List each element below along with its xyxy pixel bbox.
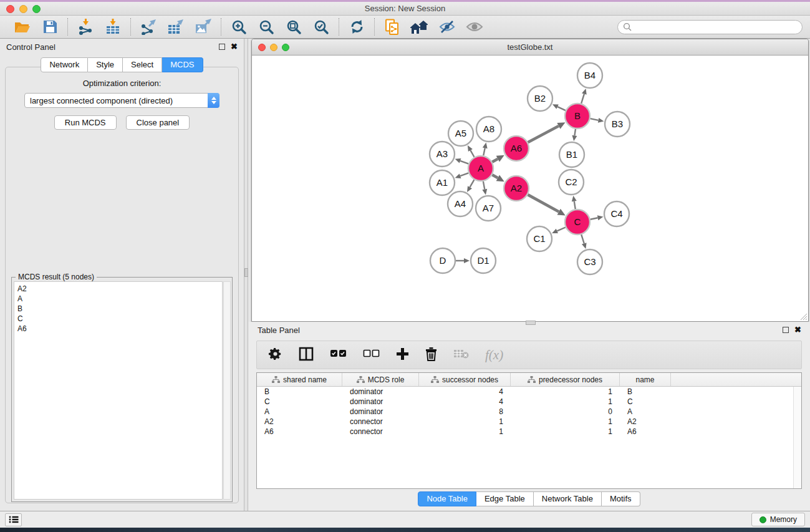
cell-shared-name[interactable]: A xyxy=(257,407,342,417)
table-row[interactable]: Adominator80A xyxy=(257,407,801,417)
export-network-button[interactable] xyxy=(139,18,158,36)
minimize-window-button[interactable] xyxy=(19,5,27,13)
edge-C-C3[interactable] xyxy=(581,235,584,243)
deselect-all-columns-button[interactable] xyxy=(363,349,380,360)
cell-name[interactable]: B xyxy=(620,387,671,397)
cell-name[interactable]: C xyxy=(620,397,671,407)
show-hide-preview-button[interactable] xyxy=(465,18,484,36)
cell-name[interactable]: A6 xyxy=(620,427,671,437)
table-scrollbar[interactable] xyxy=(793,387,801,488)
edge-A-A1[interactable] xyxy=(460,173,468,176)
cell-predecessor-nodes[interactable]: 0 xyxy=(511,407,620,417)
cell-shared-name[interactable]: A2 xyxy=(257,417,342,427)
search-box[interactable] xyxy=(617,20,803,34)
cell-shared-name[interactable]: B xyxy=(257,387,342,397)
edge-A6-B[interactable] xyxy=(528,126,559,142)
table-row[interactable]: Cdominator41C xyxy=(257,397,801,407)
add-column-button[interactable] xyxy=(396,347,409,363)
table-row[interactable]: A6connector11A6 xyxy=(257,427,801,437)
close-panel-button[interactable]: Close panel xyxy=(126,115,190,130)
edge-C-C1[interactable] xyxy=(557,227,565,231)
float-table-panel-icon[interactable] xyxy=(783,327,789,333)
result-list-scrollbar[interactable] xyxy=(223,281,231,500)
edge-A-A5[interactable] xyxy=(470,150,474,157)
cell-shared-name[interactable]: A6 xyxy=(257,427,342,437)
cell-successor-nodes[interactable]: 1 xyxy=(419,417,511,427)
table-row[interactable]: A2connector11A2 xyxy=(257,417,801,427)
tab-network[interactable]: Network xyxy=(41,57,88,72)
cell-successor-nodes[interactable]: 8 xyxy=(419,407,511,417)
panel-splitter[interactable] xyxy=(244,39,248,511)
table-settings-button[interactable] xyxy=(268,347,282,364)
tab-network-table[interactable]: Network Table xyxy=(534,491,602,506)
edge-B-B3[interactable] xyxy=(591,118,599,120)
network-canvas[interactable]: B4B2BB3A5A8A6B1A3AA1C2A2A4A7C4CC1C3DD1 xyxy=(252,56,808,321)
network-minimize-button[interactable] xyxy=(270,44,277,51)
network-zoom-button[interactable] xyxy=(282,44,289,51)
cell-MCDS-role[interactable]: dominator xyxy=(342,387,419,397)
edge-A-A6[interactable] xyxy=(492,159,498,162)
network-overview-button[interactable] xyxy=(410,18,429,36)
column-header-shared-name[interactable]: shared name xyxy=(257,373,342,386)
tab-mcds[interactable]: MCDS xyxy=(162,57,203,72)
edge-A-A7[interactable] xyxy=(483,181,485,190)
edge-B-B1[interactable] xyxy=(574,129,576,136)
optimization-criterion-dropdown[interactable]: largest connected component (directed) xyxy=(24,93,219,108)
cell-name[interactable]: A xyxy=(620,407,671,417)
column-header-successor-nodes[interactable]: successor nodes xyxy=(419,373,511,386)
tab-motifs[interactable]: Motifs xyxy=(602,491,640,506)
zoom-window-button[interactable] xyxy=(32,5,41,13)
memory-button[interactable]: Memory xyxy=(751,513,805,526)
table-row[interactable]: Bdominator41B xyxy=(257,387,801,397)
cell-predecessor-nodes[interactable]: 1 xyxy=(511,417,620,427)
cell-MCDS-role[interactable]: dominator xyxy=(342,407,419,417)
import-table-button[interactable] xyxy=(104,18,122,36)
cell-MCDS-role[interactable]: connector xyxy=(342,427,419,437)
save-session-button[interactable] xyxy=(41,18,59,36)
export-table-button[interactable] xyxy=(166,18,185,36)
zoom-selected-button[interactable] xyxy=(312,18,330,36)
close-window-button[interactable] xyxy=(6,5,14,13)
export-image-button[interactable] xyxy=(194,18,213,36)
zoom-out-button[interactable] xyxy=(257,18,276,36)
edge-C-C2[interactable] xyxy=(574,201,576,210)
cell-name[interactable]: A2 xyxy=(620,417,671,427)
refresh-layout-button[interactable] xyxy=(347,18,366,36)
run-mcds-button[interactable]: Run MCDS xyxy=(54,115,117,130)
edge-A-A4[interactable] xyxy=(470,180,475,187)
column-header-name[interactable]: name xyxy=(620,373,671,386)
table-splitter-handle[interactable] xyxy=(526,321,536,325)
edge-A-A8[interactable] xyxy=(483,148,485,155)
task-history-button[interactable] xyxy=(5,513,22,526)
cell-predecessor-nodes[interactable]: 1 xyxy=(511,397,620,407)
cell-successor-nodes[interactable]: 4 xyxy=(419,387,511,397)
delete-columns-button[interactable] xyxy=(425,347,437,364)
resize-grip-icon[interactable] xyxy=(799,312,808,321)
cell-MCDS-role[interactable]: dominator xyxy=(342,397,419,407)
cell-MCDS-role[interactable]: connector xyxy=(342,417,419,427)
edge-A-A3[interactable] xyxy=(460,161,468,164)
zoom-in-button[interactable] xyxy=(229,18,248,36)
tab-node-table[interactable]: Node Table xyxy=(418,491,476,506)
import-network-button[interactable] xyxy=(76,18,95,36)
close-panel-icon[interactable]: ✖ xyxy=(231,44,238,50)
select-all-columns-button[interactable] xyxy=(330,349,347,360)
column-header-MCDS-role[interactable]: MCDS role xyxy=(342,373,419,386)
float-panel-icon[interactable] xyxy=(219,44,225,50)
cell-predecessor-nodes[interactable]: 1 xyxy=(511,427,620,437)
zoom-fit-button[interactable] xyxy=(284,18,303,36)
edge-B-B4[interactable] xyxy=(581,94,584,104)
network-close-button[interactable] xyxy=(258,44,266,51)
tab-edge-table[interactable]: Edge Table xyxy=(476,491,534,506)
open-file-button[interactable] xyxy=(13,18,32,36)
edge-A-A2[interactable] xyxy=(492,175,498,178)
tab-style[interactable]: Style xyxy=(88,57,123,72)
duplicate-network-button[interactable] xyxy=(383,18,402,36)
cell-predecessor-nodes[interactable]: 1 xyxy=(511,387,620,397)
search-input[interactable] xyxy=(635,22,797,32)
cell-shared-name[interactable]: C xyxy=(257,397,342,407)
split-panel-button[interactable] xyxy=(299,347,314,364)
cell-successor-nodes[interactable]: 1 xyxy=(419,427,511,437)
edge-C-C4[interactable] xyxy=(591,218,598,219)
column-header-predecessor-nodes[interactable]: predecessor nodes xyxy=(511,373,620,386)
